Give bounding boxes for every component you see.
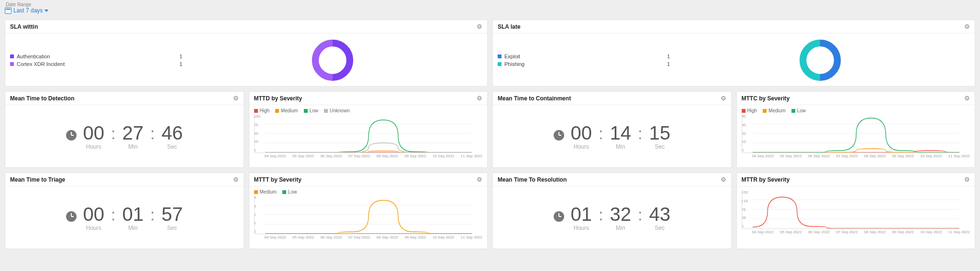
gear-icon[interactable]: ⚙ — [721, 176, 726, 183]
clock-icon — [554, 211, 564, 222]
clock-icon — [554, 130, 564, 141]
hours-label: Hours — [571, 143, 592, 150]
legend-item[interactable]: Phishing1 — [498, 60, 670, 68]
card-title: MTTR by Severity — [742, 176, 790, 183]
card-sla-late: SLA late ⚙ Exploit1Phishing1 — [492, 20, 975, 87]
card-title: SLA late — [498, 23, 521, 30]
chart-legend: MediumLow — [254, 189, 483, 195]
time-display: 00Hours : 14Min : 15Sec — [554, 123, 670, 150]
min-value: 32 — [610, 205, 632, 224]
time-display: 01Hours : 32Min : 43Sec — [554, 205, 670, 231]
card-mttc: Mean Time to Containment ⚙ 00Hours : 14M… — [492, 91, 732, 168]
min-value: 27 — [122, 123, 144, 142]
card-title: Mean Time to Triage — [10, 176, 65, 183]
gear-icon[interactable]: ⚙ — [477, 95, 482, 102]
sec-label: Sec — [649, 143, 670, 150]
gear-icon[interactable]: ⚙ — [477, 176, 482, 183]
card-title: Mean Time to Containment — [498, 95, 571, 102]
card-mttd-severity: MTTD by Severity ⚙ HighMediumLowUnknown … — [249, 91, 488, 168]
gear-icon[interactable]: ⚙ — [233, 95, 239, 102]
legend-item[interactable]: Low — [304, 108, 318, 113]
date-range-filter: Date Range Last 7 days — [0, 0, 980, 17]
clock-icon — [66, 211, 77, 222]
card-title: SLA wittin — [10, 23, 38, 30]
min-value: 01 — [122, 205, 144, 224]
card-mttt: Mean Time to Triage ⚙ 00Hours : 01Min : … — [5, 173, 244, 249]
min-label: Min — [610, 225, 632, 231]
card-title: MTTD by Severity — [254, 95, 302, 102]
sec-value: 15 — [649, 123, 670, 142]
time-display: 00Hours : 27Min : 46Sec — [66, 123, 183, 150]
date-range-text: Last 7 days — [13, 7, 43, 14]
sec-label: Sec — [161, 143, 183, 150]
card-mttt-severity: MTTT by Severity ⚙ MediumLow 43210 04 Se… — [249, 173, 488, 249]
gear-icon[interactable]: ⚙ — [964, 95, 970, 102]
sec-value: 46 — [161, 123, 183, 142]
min-label: Min — [610, 143, 632, 150]
donut-chart — [311, 39, 354, 82]
hours-value: 00 — [571, 123, 592, 142]
line-chart: 403020100 04 Sep 202205 Sep 202206 Sep 2… — [742, 114, 970, 167]
card-mttc-severity: MTTC by Severity ⚙ HighMediumLow 4030201… — [736, 91, 976, 168]
donut-chart — [799, 39, 842, 82]
sec-label: Sec — [161, 225, 183, 231]
line-chart: 43210 04 Sep 202205 Sep 202206 Sep 20220… — [254, 195, 483, 248]
gear-icon[interactable]: ⚙ — [477, 23, 482, 30]
legend-item[interactable]: Unknown — [324, 108, 350, 113]
line-chart: 1007550250 04 Sep 202205 Sep 202206 Sep … — [254, 114, 483, 167]
gear-icon[interactable]: ⚙ — [721, 95, 726, 102]
date-range-label: Date Range — [6, 2, 975, 7]
sec-label: Sec — [649, 225, 670, 231]
calendar-icon — [5, 7, 11, 14]
card-title: Mean Time to Detection — [10, 95, 74, 102]
clock-icon — [66, 130, 77, 141]
legend-item[interactable]: Low — [282, 189, 297, 195]
gear-icon[interactable]: ⚙ — [964, 23, 970, 30]
gear-icon[interactable]: ⚙ — [233, 176, 239, 183]
min-label: Min — [122, 143, 144, 150]
legend-item[interactable]: Cortex XDR Incident1 — [10, 60, 182, 68]
chart-legend: HighMediumLow — [742, 108, 970, 113]
legend-item[interactable]: Medium — [275, 108, 298, 113]
hours-label: Hours — [83, 225, 105, 231]
sec-value: 57 — [161, 205, 183, 224]
line-chart: 15211476380 04 Sep 202205 Sep 202206 Sep… — [742, 190, 970, 243]
sla-within-list: Authentication1Cortex XDR Incident1 — [10, 53, 182, 68]
chevron-down-icon — [45, 10, 48, 12]
legend-item[interactable]: High — [254, 108, 270, 113]
card-title: MTTT by Severity — [254, 176, 301, 183]
legend-item[interactable]: Low — [791, 108, 806, 113]
min-label: Min — [122, 225, 144, 231]
card-mttr-severity: MTTR by Severity ⚙ 15211476380 04 Sep 20… — [736, 173, 976, 249]
legend-item[interactable]: Medium — [254, 189, 277, 195]
legend-item[interactable]: High — [742, 108, 757, 113]
hours-label: Hours — [571, 225, 592, 231]
date-range-select[interactable]: Last 7 days — [5, 7, 975, 14]
card-title: Mean Time To Resolution — [498, 176, 567, 183]
sla-late-list: Exploit1Phishing1 — [498, 53, 670, 68]
hours-label: Hours — [83, 143, 105, 150]
legend-item[interactable]: Exploit1 — [498, 53, 670, 60]
card-title: MTTC by Severity — [742, 95, 790, 102]
min-value: 14 — [610, 123, 632, 142]
card-mttr: Mean Time To Resolution ⚙ 01Hours : 32Mi… — [492, 173, 732, 249]
card-mttd: Mean Time to Detection ⚙ 00Hours : 27Min… — [5, 91, 244, 168]
hours-value: 00 — [83, 123, 105, 142]
gear-icon[interactable]: ⚙ — [964, 176, 970, 183]
legend-item[interactable]: Medium — [763, 108, 786, 113]
hours-value: 00 — [83, 205, 105, 224]
legend-item[interactable]: Authentication1 — [10, 53, 182, 60]
sec-value: 43 — [649, 205, 670, 224]
card-sla-within: SLA wittin ⚙ Authentication1Cortex XDR I… — [5, 20, 488, 87]
time-display: 00Hours : 01Min : 57Sec — [66, 205, 183, 231]
chart-legend: HighMediumLowUnknown — [254, 108, 483, 113]
hours-value: 01 — [571, 205, 592, 224]
